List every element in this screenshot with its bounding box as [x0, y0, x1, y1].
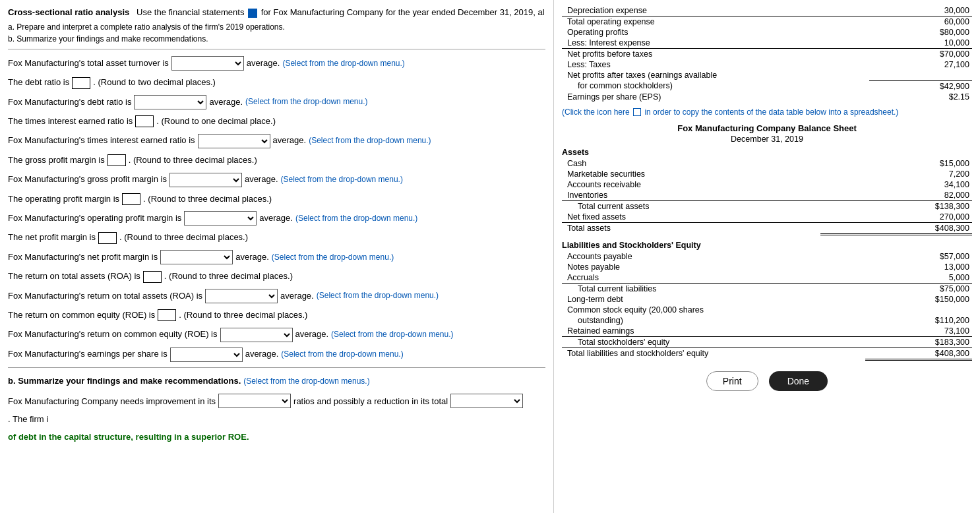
click-text2: in order to copy the contents of the dat… [644, 107, 898, 117]
summary-link[interactable]: (Select from the drop-down menus.) [243, 375, 369, 388]
q3-text2: average. [209, 96, 243, 109]
row-label: Cash [562, 158, 820, 169]
company-text: for Fox Manufacturing Company for the ye… [261, 7, 545, 17]
row-value: $57,000 [865, 251, 972, 262]
q7-link[interactable]: (Select from the drop-down menu.) [281, 173, 403, 186]
q11-dropdown[interactable]: above below at [160, 250, 233, 264]
q4-input[interactable] [135, 115, 154, 127]
q5-link[interactable]: (Select from the drop-down menu.) [309, 135, 431, 147]
q7-text: Fox Manufacturing's gross profit margin … [8, 173, 167, 187]
table-row: Total assets $408,300 [562, 222, 972, 234]
row-value: $110,200 [865, 315, 972, 326]
row-label: Accruals [562, 272, 865, 284]
q2-text: The debt ratio is [8, 76, 69, 90]
assets-header: Assets [562, 148, 972, 157]
row-label: Earnings per share (EPS) [562, 92, 869, 102]
q12-row: The return on total assets (ROA) is . (R… [8, 270, 545, 284]
q7-dropdown[interactable]: above below at [169, 173, 242, 187]
q13-text2: average. [280, 289, 314, 303]
assets-table: Cash $15,000 Marketable securities 7,200… [562, 158, 972, 235]
row-label: Total assets [562, 222, 820, 234]
row-value: $183,300 [865, 336, 972, 347]
q8-input[interactable] [122, 193, 140, 205]
q15-dropdown[interactable]: above below at [220, 328, 293, 342]
q12-input[interactable] [143, 271, 162, 283]
q11-link[interactable]: (Select from the drop-down menu.) [272, 251, 394, 264]
q8-note: . (Round to three decimal places.) [143, 193, 272, 206]
row-label: Accounts receivable [562, 179, 820, 190]
divider [8, 49, 545, 49]
table-row: Inventories 82,000 [562, 190, 972, 201]
q1-text2: average. [247, 57, 280, 71]
row-label: Less: Interest expense [562, 38, 869, 49]
q9-dropdown[interactable]: above below at [184, 211, 257, 226]
row-label: Net profits before taxes [562, 49, 869, 60]
row-value [865, 305, 972, 315]
row-value: $15,000 [820, 158, 972, 169]
summary-middle: ratios and possibly a reduction in its t… [293, 394, 448, 409]
q16-link[interactable]: (Select from the drop-down menu.) [281, 348, 403, 361]
summary-row1: Fox Manufacturing Company needs improvem… [8, 394, 545, 427]
table-row: Total stockholders' equity $183,300 [562, 336, 972, 347]
q7-text2: average. [245, 173, 278, 187]
q2-note: . (Round to two decimal places.) [93, 76, 216, 90]
row-value: $150,000 [865, 294, 972, 305]
q5-dropdown[interactable]: above below at [198, 134, 270, 148]
q14-input[interactable] [158, 309, 176, 321]
table-row: Total current liabilities $75,000 [562, 283, 972, 294]
grid-icon[interactable] [248, 9, 257, 18]
row-value: 30,000 [869, 5, 972, 16]
q6-row: The gross profit margin is . (Round to t… [8, 154, 545, 167]
row-label: Less: Taxes [562, 59, 869, 70]
done-button[interactable]: Done [769, 371, 828, 391]
row-value: 270,000 [820, 212, 972, 223]
q11-text: Fox Manufacturing's net profit margin is [8, 251, 158, 264]
q9-text: Fox Manufacturing's operating profit mar… [8, 212, 181, 226]
q1-link[interactable]: (Select from the drop-down menu.) [282, 57, 404, 70]
q13-dropdown[interactable]: above below at [205, 289, 278, 303]
sub-b: b. Summarize your findings and make reco… [8, 34, 545, 44]
summary-after: . The firm i [8, 411, 48, 427]
summary-section: b. Summarize your findings and make reco… [8, 375, 545, 445]
table-row: Marketable securities 7,200 [562, 169, 972, 179]
row-label: Total current assets [562, 200, 820, 212]
q10-text: The net profit margin is [8, 231, 96, 245]
row-label: Total stockholders' equity [562, 336, 865, 347]
q15-row: Fox Manufacturing's return on common equ… [8, 328, 545, 342]
summary-row2-text: of debt in the capital structure, result… [8, 429, 249, 444]
row-value: 7,200 [820, 169, 972, 179]
row-label: Depreciation expense [562, 5, 869, 16]
copy-icon[interactable] [633, 108, 641, 116]
row-value: $75,000 [865, 283, 972, 294]
row-value: $408,300 [820, 222, 972, 234]
summary-dropdown1[interactable]: profitability liquidity debt activity [218, 394, 291, 408]
row-value: 82,000 [820, 190, 972, 201]
q4-row: The times interest earned ratio is . (Ro… [8, 115, 545, 129]
q16-dropdown[interactable]: above below at [170, 347, 243, 362]
q16-text: Fox Manufacturing's earnings per share i… [8, 347, 168, 361]
q4-note: . (Round to one decimal place.) [156, 115, 276, 129]
summary-dropdown2[interactable]: assets liabilities equity [450, 394, 523, 408]
q13-link[interactable]: (Select from the drop-down menu.) [317, 289, 439, 302]
header-section: Cross-sectional ratio analysis Use the f… [8, 7, 545, 18]
row-value: 27,100 [869, 59, 972, 70]
q3-dropdown[interactable]: above below at [134, 95, 206, 109]
q10-input[interactable] [98, 232, 117, 244]
table-row: Long-term debt $150,000 [562, 294, 972, 305]
table-row: Depreciation expense 30,000 [562, 5, 972, 16]
q6-input[interactable] [107, 154, 126, 166]
income-statement-table: Depreciation expense 30,000 Total operat… [562, 5, 972, 102]
q9-link[interactable]: (Select from the drop-down menu.) [295, 212, 417, 225]
q3-link[interactable]: (Select from the drop-down menu.) [245, 96, 367, 108]
q3-row: Fox Manufacturing's debt ratio is above … [8, 95, 545, 109]
print-button[interactable]: Print [706, 371, 758, 391]
q9-text2: average. [259, 212, 293, 226]
row-value: 10,000 [869, 38, 972, 49]
table-row: Net fixed assets 270,000 [562, 212, 972, 223]
q1-dropdown[interactable]: above below at [171, 56, 244, 71]
row-value: $138,300 [820, 200, 972, 212]
q15-link[interactable]: (Select from the drop-down menu.) [331, 328, 453, 341]
table-row: Notes payable 13,000 [562, 262, 972, 272]
q2-input[interactable] [72, 77, 90, 89]
table-row: Less: Interest expense 10,000 [562, 38, 972, 49]
